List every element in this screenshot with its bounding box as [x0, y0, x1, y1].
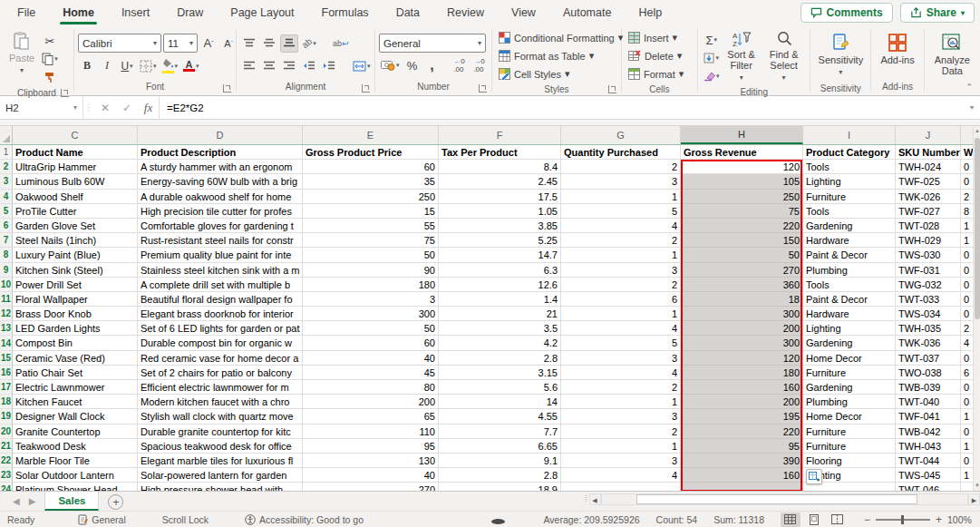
find-select-button[interactable]: Find & Select ▾ [762, 29, 807, 85]
fill-color-button[interactable]: ▾ [160, 57, 180, 75]
cell-K2[interactable]: 0 [961, 160, 973, 174]
cell-H13[interactable]: 200 [681, 321, 803, 336]
cell-C14[interactable]: Compost Bin [13, 336, 138, 350]
column-header-D[interactable]: D [138, 126, 303, 144]
cell-F14[interactable]: 4.2 [439, 336, 561, 350]
cell-F5[interactable]: 1.05 [439, 204, 561, 219]
page-layout-view-button[interactable] [804, 512, 824, 527]
cell-G20[interactable]: 2 [561, 425, 681, 439]
row-number-18[interactable]: 18 [0, 395, 13, 409]
clear-button[interactable]: ▾ [702, 67, 722, 85]
comma-style-button[interactable]: , [423, 56, 441, 74]
cell-H16[interactable]: 180 [681, 366, 803, 380]
cell-K23[interactable]: 1 [961, 468, 973, 483]
cell-H11[interactable]: 18 [681, 292, 803, 307]
prev-sheet-arrow-icon[interactable]: ◀ [13, 496, 20, 506]
cell-I15[interactable]: Home Decor [803, 351, 896, 366]
cell-D17[interactable]: Efficient electric lawnmower for m [138, 380, 303, 395]
cell-I22[interactable]: Flooring [803, 454, 896, 468]
formula-input[interactable]: =E2*G2 [160, 96, 964, 119]
cell-H22[interactable]: 390 [681, 454, 803, 468]
cell-E11[interactable]: 3 [303, 292, 439, 307]
cell-F6[interactable]: 3.85 [439, 219, 561, 233]
delete-cells-button[interactable]: Delete▾ [626, 47, 684, 64]
cell-E18[interactable]: 200 [303, 395, 439, 409]
scroll-up-arrow-icon[interactable]: ▲ [974, 126, 980, 136]
percent-style-button[interactable]: % [403, 56, 422, 74]
cell-C2[interactable]: UltraGrip Hammer [13, 160, 138, 174]
cell-K11[interactable]: 0 [961, 292, 973, 307]
zoom-slider-thumb[interactable] [901, 515, 904, 524]
cell-I21[interactable]: Furniture [803, 439, 896, 454]
cell-D7[interactable]: Rust-resistant steel nails for constr [138, 233, 303, 248]
cell-J24[interactable]: TWT-046 [896, 483, 961, 491]
cell-J17[interactable]: TWB-039 [896, 380, 961, 395]
bottom-align-button[interactable] [280, 34, 298, 53]
fill-button[interactable]: ▾ [702, 49, 722, 67]
column-header-J[interactable]: J [896, 126, 961, 144]
cell-F9[interactable]: 6.3 [439, 263, 561, 278]
align-right-button[interactable] [280, 57, 298, 75]
vertical-scrollbar[interactable]: ▲ ▼ [973, 126, 980, 491]
ribbon-tab-data[interactable]: Data [384, 1, 432, 25]
cell-C5[interactable]: ProTile Cutter [13, 204, 138, 219]
cell-F16[interactable]: 3.15 [439, 366, 561, 380]
cell-G5[interactable]: 5 [561, 204, 681, 219]
cell-H4[interactable]: 250 [681, 190, 803, 204]
ribbon-tab-home[interactable]: Home [51, 1, 106, 25]
cell-F1[interactable]: Tax Per Product [439, 145, 561, 160]
new-sheet-button[interactable]: + [108, 494, 123, 510]
cell-E4[interactable]: 250 [303, 190, 439, 204]
zoom-out-button[interactable]: − [864, 513, 870, 526]
align-center-button[interactable] [260, 57, 278, 75]
increase-indent-button[interactable] [320, 57, 338, 75]
row-number-10[interactable]: 10 [0, 278, 13, 292]
cell-F8[interactable]: 14.7 [439, 248, 561, 262]
top-align-button[interactable] [240, 34, 258, 53]
ribbon-tab-file[interactable]: File [5, 1, 47, 25]
cell-I13[interactable]: Lighting [803, 321, 896, 336]
cell-H2[interactable]: 120 [681, 160, 803, 174]
cell-F13[interactable]: 3.5 [439, 321, 561, 336]
cell-I12[interactable]: Hardware [803, 307, 896, 321]
cell-C23[interactable]: Solar Outdoor Lantern [13, 468, 138, 483]
cell-G24[interactable] [561, 483, 681, 491]
cell-G6[interactable]: 4 [561, 219, 681, 233]
wrap-text-button[interactable]: ab↩ [331, 34, 351, 53]
cell-C10[interactable]: Power Drill Set [13, 278, 138, 292]
zoom-level[interactable]: 100% [947, 514, 973, 525]
row-number-6[interactable]: 6 [0, 219, 13, 233]
row-number-4[interactable]: 4 [0, 190, 13, 204]
cell-H20[interactable]: 220 [681, 425, 803, 439]
row-number-3[interactable]: 3 [0, 174, 13, 189]
font-family-combo[interactable]: Calibri▾ [78, 34, 161, 53]
cell-D21[interactable]: Spacious teakwood desk for office [138, 439, 303, 454]
cell-K20[interactable]: 0 [961, 425, 973, 439]
align-left-button[interactable] [240, 57, 258, 75]
cell-D10[interactable]: A complete drill set with multiple b [138, 278, 303, 292]
insert-cells-button[interactable]: Insert▾ [626, 29, 680, 46]
vertical-scrollbar-thumb[interactable] [975, 138, 980, 319]
cancel-button[interactable]: ✕ [94, 96, 116, 119]
cell-D12[interactable]: Elegant brass doorknob for interior [138, 307, 303, 321]
cell-J21[interactable]: TWH-043 [896, 439, 961, 454]
cell-J19[interactable]: TWF-041 [896, 409, 961, 424]
cell-J10[interactable]: TWG-032 [896, 278, 961, 292]
sort-filter-button[interactable]: AZ Sort & Filter ▾ [721, 29, 761, 85]
cell-G16[interactable]: 4 [561, 366, 681, 380]
cell-F21[interactable]: 6.65 [439, 439, 561, 454]
clipboard-dialog-launcher[interactable] [61, 89, 69, 97]
cell-G21[interactable]: 1 [561, 439, 681, 454]
cell-H3[interactable]: 105 [681, 174, 803, 189]
cell-E2[interactable]: 60 [303, 160, 439, 174]
cell-E19[interactable]: 65 [303, 409, 439, 424]
cell-G2[interactable]: 2 [561, 160, 681, 174]
merge-center-button[interactable]: ▾ [351, 57, 373, 75]
cell-D19[interactable]: Stylish wall clock with quartz move [138, 409, 303, 424]
cell-E12[interactable]: 300 [303, 307, 439, 321]
cell-J11[interactable]: TWT-033 [896, 292, 961, 307]
cell-C20[interactable]: Granite Countertop [13, 425, 138, 439]
cell-K9[interactable]: 0 [961, 263, 973, 278]
cell-K18[interactable]: 0 [961, 395, 973, 409]
ribbon-tab-insert[interactable]: Insert [110, 1, 161, 25]
